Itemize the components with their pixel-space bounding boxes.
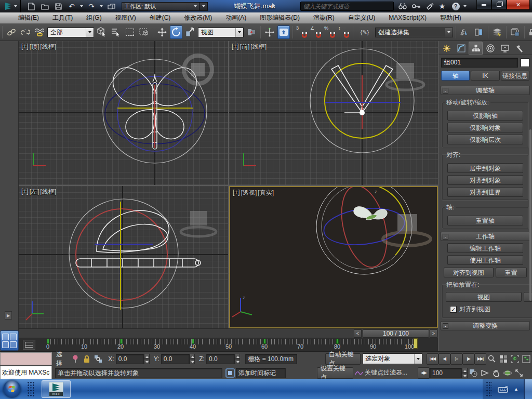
working-pivot-button[interactable]: 编辑工作轴 bbox=[447, 243, 523, 253]
menu-item[interactable]: 创建(C) bbox=[143, 12, 178, 23]
mini-curve-editor-button[interactable] bbox=[23, 340, 35, 350]
coordinate-system-dropdown[interactable]: 视图 bbox=[198, 28, 244, 37]
play-button[interactable]: ▷ bbox=[450, 353, 462, 365]
help-caret-icon[interactable] bbox=[463, 5, 467, 7]
set-key-button[interactable]: 设置关键点 bbox=[317, 367, 353, 379]
current-frame-marker[interactable] bbox=[414, 338, 418, 349]
z-spinner[interactable] bbox=[235, 354, 241, 364]
maximize-viewport-toggle[interactable] bbox=[513, 367, 525, 379]
angle-snap-toggle[interactable]: ∠ bbox=[310, 25, 322, 39]
viewport-perspective[interactable]: [+] [透视] [真实] z bbox=[229, 186, 438, 328]
window-crossing-toggle[interactable] bbox=[138, 25, 150, 39]
menu-item[interactable]: 修改器(M) bbox=[177, 12, 219, 23]
input-method-keyboard-icon[interactable] bbox=[497, 383, 509, 395]
keyframe-marker[interactable] bbox=[47, 339, 49, 344]
viewport-view-button[interactable]: [透视] bbox=[241, 189, 257, 197]
help-icon[interactable]: ? bbox=[450, 1, 461, 11]
next-frame-slider-button[interactable]: > bbox=[430, 329, 437, 338]
project-folder-button[interactable] bbox=[106, 2, 116, 11]
select-by-name-button[interactable] bbox=[110, 25, 122, 39]
open-file-button[interactable] bbox=[39, 2, 50, 11]
menu-item[interactable]: 工具(T) bbox=[46, 12, 79, 23]
time-configuration-button[interactable] bbox=[468, 367, 479, 379]
close-button[interactable]: ✕ bbox=[507, 0, 530, 10]
working-pivot-button[interactable]: 使用工作轴 bbox=[447, 255, 523, 265]
select-and-link-button[interactable] bbox=[5, 25, 18, 39]
time-tag-field[interactable]: 添加时间标记 bbox=[236, 368, 286, 378]
new-file-button[interactable] bbox=[26, 2, 36, 11]
favorites-star-icon[interactable]: ★ bbox=[436, 1, 448, 11]
dock-expand-button[interactable]: ▶ bbox=[5, 311, 12, 320]
key-filters-button[interactable]: 关键点过滤器... bbox=[365, 368, 415, 377]
tab-create[interactable] bbox=[440, 42, 454, 55]
absolute-offset-toggle[interactable] bbox=[92, 353, 104, 365]
zoom-all-button[interactable] bbox=[498, 353, 509, 365]
selection-lock-toggle[interactable] bbox=[81, 353, 92, 365]
x-coordinate-field[interactable]: 0.0 bbox=[116, 354, 144, 364]
tab-hierarchy[interactable] bbox=[469, 42, 483, 55]
layer-manager-button[interactable] bbox=[491, 25, 503, 39]
zoom-extents-button[interactable] bbox=[509, 353, 521, 365]
rollout-adjust-pivot-header[interactable]: - 调整轴 bbox=[441, 86, 530, 95]
menu-item[interactable]: 渲染(R) bbox=[307, 12, 341, 23]
menu-item[interactable]: 编辑(E) bbox=[11, 12, 46, 23]
snap-toggle-3d-button[interactable]: 3 bbox=[296, 25, 308, 39]
key-selection-caret-icon[interactable] bbox=[414, 354, 422, 364]
viewport-shading-button[interactable]: [线框] bbox=[250, 43, 267, 51]
y-spinner[interactable] bbox=[190, 354, 195, 364]
viewport-view-button[interactable]: [左] bbox=[30, 188, 39, 196]
viewport-shading-button[interactable]: [线框] bbox=[40, 43, 56, 51]
bind-to-spacewarp-button[interactable] bbox=[33, 25, 46, 39]
menu-item[interactable]: MAXScript(X) bbox=[382, 12, 433, 23]
taskbar-3dsmax-button[interactable]: max bbox=[42, 380, 71, 398]
zoom-button[interactable] bbox=[486, 353, 498, 365]
tab-display[interactable] bbox=[498, 42, 512, 55]
save-file-button[interactable] bbox=[53, 2, 63, 11]
keyframe-marker[interactable] bbox=[192, 339, 194, 344]
pivot-affect-button[interactable]: 仅影响对象 bbox=[447, 123, 523, 132]
panel-scrollbar[interactable] bbox=[529, 129, 531, 301]
viewport-menu-button[interactable]: [+] bbox=[21, 43, 29, 51]
menu-item[interactable]: 组(G) bbox=[79, 12, 108, 23]
x-spinner[interactable] bbox=[144, 354, 150, 364]
align-to-view-button[interactable]: 对齐到视图 bbox=[444, 268, 494, 277]
viewport-shading-button[interactable]: [真实] bbox=[258, 189, 274, 197]
pivot-affect-button[interactable]: 仅影响层次 bbox=[447, 135, 523, 144]
search-field[interactable] bbox=[300, 2, 394, 11]
auto-key-button[interactable]: 自动关键点 bbox=[325, 353, 361, 365]
undo-button[interactable]: ↶ bbox=[66, 2, 77, 11]
current-frame-field[interactable]: 100 bbox=[430, 368, 462, 378]
reset-button[interactable]: 重置 bbox=[496, 268, 527, 277]
mode-link-info-button[interactable]: 链接信息 bbox=[501, 71, 529, 81]
viewport-top[interactable]: [+] [顶] [线框] bbox=[19, 41, 228, 185]
menu-item[interactable]: 动画(A) bbox=[219, 12, 253, 23]
keyboard-override-toggle[interactable] bbox=[277, 25, 290, 39]
rectangular-selection-button[interactable] bbox=[124, 25, 136, 39]
reset-pivot-button[interactable]: 重置轴 bbox=[447, 216, 523, 225]
start-button[interactable] bbox=[3, 380, 21, 398]
selection-filter-caret-icon[interactable] bbox=[86, 28, 94, 37]
y-coordinate-field[interactable]: 0.0 bbox=[161, 354, 190, 364]
keyframe-marker[interactable] bbox=[120, 339, 123, 344]
rollout-adjust-transform-header[interactable]: - 调整变换 bbox=[441, 321, 530, 330]
mirror-button[interactable] bbox=[459, 25, 471, 39]
redo-button[interactable]: ↷ bbox=[86, 2, 97, 11]
zoom-extents-all-button[interactable] bbox=[521, 353, 532, 365]
percent-snap-toggle[interactable]: % bbox=[324, 25, 336, 39]
place-view-button[interactable]: 视图 bbox=[446, 292, 522, 302]
toolbar-grip[interactable] bbox=[2, 26, 3, 38]
menu-item[interactable]: 帮助(H) bbox=[433, 12, 468, 23]
selection-filter-dropdown[interactable]: 全部 bbox=[47, 28, 94, 37]
viewport-view-button[interactable]: [顶] bbox=[30, 43, 39, 51]
keyframe-marker[interactable] bbox=[336, 339, 339, 344]
go-to-end-button[interactable]: ▶▶| bbox=[474, 353, 486, 365]
redo-history-caret-icon[interactable] bbox=[100, 5, 103, 7]
isolate-selection-toggle[interactable] bbox=[70, 353, 81, 365]
orbit-button[interactable] bbox=[502, 367, 513, 379]
sign-in-key-icon[interactable] bbox=[410, 1, 422, 11]
workspace-dropdown[interactable]: 工作区: 默认 bbox=[122, 2, 200, 11]
object-name-field[interactable]: 组001 bbox=[441, 58, 518, 68]
time-slider-grip[interactable]: 100 / 100 bbox=[363, 329, 429, 338]
keyframe-marker[interactable] bbox=[263, 339, 266, 344]
search-binoculars-icon[interactable] bbox=[397, 1, 408, 11]
